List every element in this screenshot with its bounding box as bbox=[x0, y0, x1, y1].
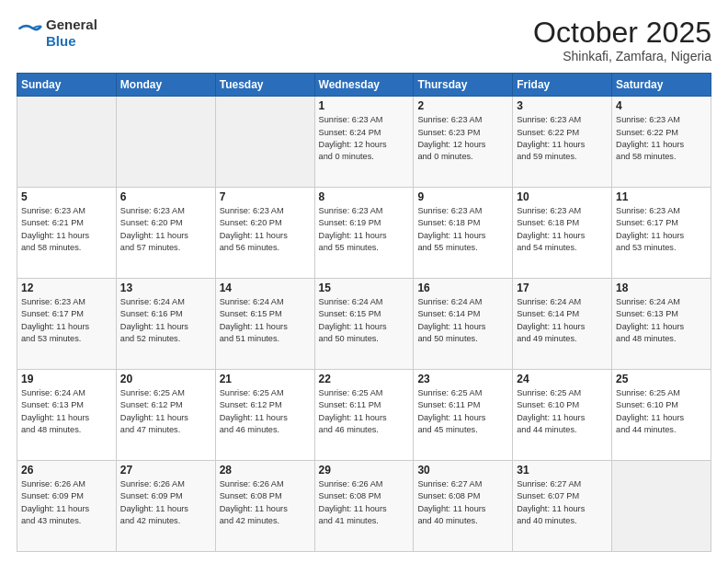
calendar-cell: 18Sunrise: 6:24 AMSunset: 6:13 PMDayligh… bbox=[612, 279, 711, 370]
col-monday: Monday bbox=[116, 74, 215, 97]
day-number: 12 bbox=[21, 282, 112, 294]
day-info: Sunrise: 6:24 AMSunset: 6:15 PMDaylight:… bbox=[319, 296, 410, 345]
day-number: 19 bbox=[21, 373, 112, 385]
calendar-cell: 23Sunrise: 6:25 AMSunset: 6:11 PMDayligh… bbox=[414, 370, 513, 461]
calendar-cell: 24Sunrise: 6:25 AMSunset: 6:10 PMDayligh… bbox=[513, 370, 612, 461]
day-info: Sunrise: 6:25 AMSunset: 6:11 PMDaylight:… bbox=[319, 387, 410, 436]
day-number: 15 bbox=[319, 282, 410, 294]
day-number: 20 bbox=[120, 373, 211, 385]
day-info: Sunrise: 6:23 AMSunset: 6:24 PMDaylight:… bbox=[319, 114, 410, 163]
day-number: 8 bbox=[319, 190, 410, 203]
day-info: Sunrise: 6:23 AMSunset: 6:20 PMDaylight:… bbox=[120, 205, 211, 254]
day-info: Sunrise: 6:24 AMSunset: 6:13 PMDaylight:… bbox=[616, 296, 707, 345]
calendar-cell: 8Sunrise: 6:23 AMSunset: 6:19 PMDaylight… bbox=[314, 188, 414, 279]
day-info: Sunrise: 6:25 AMSunset: 6:12 PMDaylight:… bbox=[120, 387, 211, 436]
calendar-table: Sunday Monday Tuesday Wednesday Thursday… bbox=[17, 73, 711, 552]
calendar-cell: 26Sunrise: 6:26 AMSunset: 6:09 PMDayligh… bbox=[17, 461, 117, 552]
day-info: Sunrise: 6:26 AMSunset: 6:09 PMDaylight:… bbox=[120, 478, 211, 527]
col-tuesday: Tuesday bbox=[215, 74, 314, 97]
day-info: Sunrise: 6:26 AMSunset: 6:08 PMDaylight:… bbox=[319, 478, 410, 527]
day-number: 1 bbox=[319, 99, 410, 112]
calendar-cell: 2Sunrise: 6:23 AMSunset: 6:23 PMDaylight… bbox=[414, 97, 513, 188]
day-number: 7 bbox=[220, 190, 311, 203]
day-info: Sunrise: 6:23 AMSunset: 6:18 PMDaylight:… bbox=[417, 205, 508, 254]
calendar-cell: 4Sunrise: 6:23 AMSunset: 6:22 PMDaylight… bbox=[612, 97, 711, 188]
col-saturday: Saturday bbox=[612, 74, 711, 97]
day-number: 10 bbox=[517, 190, 608, 203]
day-number: 13 bbox=[120, 282, 211, 294]
svg-rect-0 bbox=[17, 20, 42, 46]
calendar-cell: 20Sunrise: 6:25 AMSunset: 6:12 PMDayligh… bbox=[116, 370, 215, 461]
day-number: 30 bbox=[417, 464, 508, 477]
day-info: Sunrise: 6:23 AMSunset: 6:22 PMDaylight:… bbox=[616, 114, 707, 163]
day-number: 24 bbox=[517, 373, 608, 385]
calendar-cell: 30Sunrise: 6:27 AMSunset: 6:08 PMDayligh… bbox=[414, 461, 513, 552]
col-sunday: Sunday bbox=[17, 74, 117, 97]
day-number: 23 bbox=[417, 373, 508, 385]
day-number: 11 bbox=[616, 190, 707, 203]
day-number: 4 bbox=[616, 99, 707, 112]
day-number: 31 bbox=[517, 464, 608, 477]
day-info: Sunrise: 6:24 AMSunset: 6:14 PMDaylight:… bbox=[417, 296, 508, 345]
day-number: 3 bbox=[517, 99, 608, 112]
day-number: 6 bbox=[120, 190, 211, 203]
day-number: 26 bbox=[21, 464, 112, 477]
day-info: Sunrise: 6:27 AMSunset: 6:07 PMDaylight:… bbox=[517, 478, 608, 527]
title-block: October 2025 Shinkafi, Zamfara, Nigeria bbox=[533, 17, 711, 63]
calendar-cell: 31Sunrise: 6:27 AMSunset: 6:07 PMDayligh… bbox=[513, 461, 612, 552]
main-title: October 2025 bbox=[533, 17, 711, 49]
day-info: Sunrise: 6:25 AMSunset: 6:11 PMDaylight:… bbox=[417, 387, 508, 436]
day-number: 2 bbox=[417, 99, 508, 112]
day-info: Sunrise: 6:24 AMSunset: 6:14 PMDaylight:… bbox=[517, 296, 608, 345]
day-number: 21 bbox=[220, 373, 311, 385]
calendar-cell: 9Sunrise: 6:23 AMSunset: 6:18 PMDaylight… bbox=[414, 188, 513, 279]
col-wednesday: Wednesday bbox=[314, 74, 414, 97]
subtitle: Shinkafi, Zamfara, Nigeria bbox=[533, 49, 711, 63]
calendar-cell: 29Sunrise: 6:26 AMSunset: 6:08 PMDayligh… bbox=[314, 461, 414, 552]
calendar-cell: 21Sunrise: 6:25 AMSunset: 6:12 PMDayligh… bbox=[215, 370, 314, 461]
day-info: Sunrise: 6:25 AMSunset: 6:10 PMDaylight:… bbox=[517, 387, 608, 436]
calendar-cell: 5Sunrise: 6:23 AMSunset: 6:21 PMDaylight… bbox=[17, 188, 117, 279]
day-info: Sunrise: 6:27 AMSunset: 6:08 PMDaylight:… bbox=[417, 478, 508, 527]
day-number: 27 bbox=[120, 464, 211, 477]
header: GeneralBlue October 2025 Shinkafi, Zamfa… bbox=[17, 17, 711, 63]
calendar-cell: 16Sunrise: 6:24 AMSunset: 6:14 PMDayligh… bbox=[414, 279, 513, 370]
calendar-cell: 22Sunrise: 6:25 AMSunset: 6:11 PMDayligh… bbox=[314, 370, 414, 461]
day-number: 18 bbox=[616, 282, 707, 294]
day-number: 29 bbox=[319, 464, 410, 477]
calendar-cell bbox=[215, 97, 314, 188]
day-info: Sunrise: 6:23 AMSunset: 6:17 PMDaylight:… bbox=[21, 296, 112, 345]
day-info: Sunrise: 6:24 AMSunset: 6:13 PMDaylight:… bbox=[21, 387, 112, 436]
day-info: Sunrise: 6:26 AMSunset: 6:08 PMDaylight:… bbox=[220, 478, 311, 527]
logo-text: GeneralBlue bbox=[46, 17, 97, 50]
day-number: 28 bbox=[220, 464, 311, 477]
day-info: Sunrise: 6:25 AMSunset: 6:12 PMDaylight:… bbox=[220, 387, 311, 436]
calendar-cell: 14Sunrise: 6:24 AMSunset: 6:15 PMDayligh… bbox=[215, 279, 314, 370]
calendar-cell: 25Sunrise: 6:25 AMSunset: 6:10 PMDayligh… bbox=[612, 370, 711, 461]
day-info: Sunrise: 6:23 AMSunset: 6:19 PMDaylight:… bbox=[319, 205, 410, 254]
day-info: Sunrise: 6:23 AMSunset: 6:17 PMDaylight:… bbox=[616, 205, 707, 254]
calendar-cell: 28Sunrise: 6:26 AMSunset: 6:08 PMDayligh… bbox=[215, 461, 314, 552]
calendar-cell bbox=[17, 97, 117, 188]
calendar-cell: 1Sunrise: 6:23 AMSunset: 6:24 PMDaylight… bbox=[314, 97, 414, 188]
calendar-cell: 7Sunrise: 6:23 AMSunset: 6:20 PMDaylight… bbox=[215, 188, 314, 279]
calendar-cell: 17Sunrise: 6:24 AMSunset: 6:14 PMDayligh… bbox=[513, 279, 612, 370]
page: GeneralBlue October 2025 Shinkafi, Zamfa… bbox=[0, 0, 728, 563]
day-info: Sunrise: 6:23 AMSunset: 6:21 PMDaylight:… bbox=[21, 205, 112, 254]
calendar-cell: 10Sunrise: 6:23 AMSunset: 6:18 PMDayligh… bbox=[513, 188, 612, 279]
day-number: 14 bbox=[220, 282, 311, 294]
calendar-cell: 11Sunrise: 6:23 AMSunset: 6:17 PMDayligh… bbox=[612, 188, 711, 279]
calendar-cell: 19Sunrise: 6:24 AMSunset: 6:13 PMDayligh… bbox=[17, 370, 117, 461]
logo-icon bbox=[17, 20, 42, 46]
day-info: Sunrise: 6:23 AMSunset: 6:20 PMDaylight:… bbox=[220, 205, 311, 254]
calendar-header-row: Sunday Monday Tuesday Wednesday Thursday… bbox=[17, 74, 711, 97]
calendar-cell: 6Sunrise: 6:23 AMSunset: 6:20 PMDaylight… bbox=[116, 188, 215, 279]
calendar-cell: 3Sunrise: 6:23 AMSunset: 6:22 PMDaylight… bbox=[513, 97, 612, 188]
day-info: Sunrise: 6:23 AMSunset: 6:23 PMDaylight:… bbox=[417, 114, 508, 163]
logo: GeneralBlue bbox=[17, 17, 97, 50]
calendar-week-2: 5Sunrise: 6:23 AMSunset: 6:21 PMDaylight… bbox=[17, 188, 711, 279]
day-info: Sunrise: 6:23 AMSunset: 6:18 PMDaylight:… bbox=[517, 205, 608, 254]
day-number: 9 bbox=[417, 190, 508, 203]
calendar-cell: 15Sunrise: 6:24 AMSunset: 6:15 PMDayligh… bbox=[314, 279, 414, 370]
day-info: Sunrise: 6:25 AMSunset: 6:10 PMDaylight:… bbox=[616, 387, 707, 436]
